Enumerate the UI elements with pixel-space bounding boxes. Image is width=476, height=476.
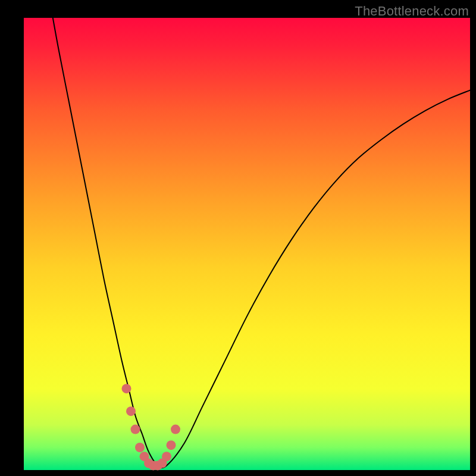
chart-frame: TheBottleneck.com bbox=[0, 0, 476, 476]
watermark-text: TheBottleneck.com bbox=[355, 4, 469, 19]
highlight-dot bbox=[162, 452, 171, 461]
bottleneck-chart bbox=[0, 0, 476, 476]
highlight-dot bbox=[126, 406, 136, 416]
highlight-dot bbox=[135, 443, 145, 452]
highlight-dot bbox=[171, 425, 180, 434]
highlight-dot bbox=[131, 425, 140, 434]
plot-background bbox=[24, 18, 470, 470]
highlight-dot bbox=[122, 384, 131, 393]
highlight-dot bbox=[167, 440, 176, 450]
